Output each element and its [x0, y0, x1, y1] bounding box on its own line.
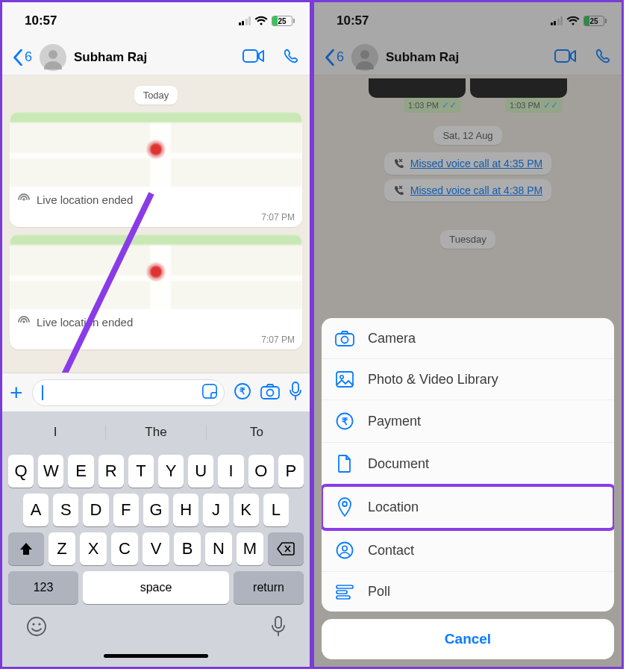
key[interactable]: Z	[48, 532, 75, 565]
svg-point-3	[22, 320, 25, 323]
key[interactable]: K	[234, 494, 259, 526]
live-location-icon	[17, 315, 31, 329]
svg-point-25	[342, 546, 347, 550]
numbers-key[interactable]: 123	[8, 571, 78, 604]
attachment-action-sheet: Camera Photo & Video Library ₹ Payment D…	[322, 318, 614, 659]
key[interactable]: L	[263, 494, 289, 526]
svg-rect-26	[337, 585, 353, 588]
svg-point-0	[48, 50, 57, 59]
attach-button[interactable]: +	[10, 380, 23, 405]
key[interactable]: S	[53, 494, 78, 526]
avatar[interactable]	[40, 44, 66, 71]
status-time: 10:57	[25, 13, 57, 28]
dictation-key[interactable]	[271, 616, 286, 642]
message-text-field[interactable]	[32, 379, 225, 406]
payment-icon[interactable]: ₹	[234, 382, 251, 403]
backspace-key[interactable]	[268, 532, 304, 565]
message-time: 7:07 PM	[10, 335, 302, 349]
key[interactable]: Q	[8, 455, 34, 488]
camera-icon	[335, 330, 354, 346]
svg-point-13	[38, 623, 40, 625]
sheet-item-contact[interactable]: Contact	[322, 529, 614, 572]
prediction-row: I The To	[5, 416, 307, 449]
phone-left: 10:57 25 6 Subham Raj Today	[0, 0, 312, 669]
location-caption: Live location ended	[10, 187, 302, 212]
chat-header: 6 Subham Raj	[2, 40, 310, 75]
key[interactable]: A	[23, 494, 48, 526]
contact-icon	[335, 541, 354, 559]
message-time: 7:07 PM	[10, 212, 302, 227]
key[interactable]: F	[113, 494, 139, 526]
key[interactable]: M	[237, 532, 263, 565]
cellular-icon	[239, 16, 251, 25]
key[interactable]: J	[203, 494, 228, 526]
key[interactable]: Y	[158, 455, 184, 488]
sheet-options: Camera Photo & Video Library ₹ Payment D…	[322, 318, 614, 612]
rupee-icon: ₹	[335, 412, 354, 430]
key[interactable]: T	[128, 455, 154, 488]
svg-point-9	[267, 389, 274, 396]
map-thumbnail	[10, 234, 302, 309]
key[interactable]: H	[173, 494, 198, 526]
location-message[interactable]: Live location ended 7:07 PM	[10, 234, 302, 349]
svg-rect-19	[337, 372, 353, 387]
svg-rect-14	[275, 617, 281, 628]
key[interactable]: N	[205, 532, 232, 565]
key[interactable]: I	[218, 455, 243, 488]
location-pin-icon	[335, 497, 354, 517]
video-call-icon[interactable]	[242, 49, 265, 66]
key[interactable]: G	[143, 494, 169, 526]
sheet-item-photo-library[interactable]: Photo & Video Library	[322, 359, 614, 400]
home-indicator[interactable]	[104, 654, 208, 658]
camera-icon[interactable]	[260, 383, 280, 402]
key[interactable]: O	[248, 455, 274, 488]
svg-rect-8	[261, 387, 279, 399]
key[interactable]: W	[38, 455, 63, 488]
contact-name[interactable]: Subham Raj	[74, 50, 235, 65]
key[interactable]: D	[83, 494, 108, 526]
mic-icon[interactable]	[289, 382, 302, 404]
svg-text:₹: ₹	[240, 386, 245, 396]
back-button[interactable]: 6	[13, 49, 32, 66]
key[interactable]: V	[143, 532, 169, 565]
emoji-key[interactable]	[26, 616, 47, 642]
key[interactable]: C	[111, 532, 138, 565]
sheet-item-payment[interactable]: ₹ Payment	[322, 400, 614, 443]
prediction[interactable]: The	[106, 425, 207, 440]
key[interactable]: X	[80, 532, 107, 565]
svg-rect-10	[292, 382, 298, 393]
key[interactable]: R	[98, 455, 124, 488]
key[interactable]: E	[68, 455, 93, 488]
svg-rect-27	[337, 591, 347, 594]
svg-point-2	[22, 198, 25, 200]
shift-key[interactable]	[8, 532, 44, 565]
phone-right: 10:57 25 6 Subham Raj	[312, 0, 624, 669]
location-message[interactable]: Live location ended 7:07 PM	[10, 112, 302, 227]
text-cursor	[42, 385, 43, 400]
sticker-icon[interactable]	[201, 383, 218, 402]
svg-rect-5	[203, 384, 216, 397]
sheet-item-location[interactable]: Location	[322, 485, 614, 529]
svg-rect-17	[336, 334, 354, 346]
key[interactable]: B	[174, 532, 201, 565]
battery-icon: 25	[272, 16, 295, 26]
chat-messages[interactable]: Today Live location ended 7:07 PM Live l…	[2, 75, 310, 373]
prediction[interactable]: I	[5, 425, 106, 440]
keyboard: I The To Q W E R T Y U I O P A S D F G H…	[2, 411, 310, 669]
svg-rect-1	[243, 50, 257, 62]
voice-call-icon[interactable]	[283, 48, 299, 67]
key[interactable]: P	[278, 455, 304, 488]
return-key[interactable]: return	[234, 571, 304, 604]
cancel-button[interactable]: Cancel	[322, 619, 614, 659]
message-input-bar: + ₹	[2, 373, 310, 411]
key[interactable]: U	[188, 455, 213, 488]
prediction[interactable]: To	[207, 425, 307, 440]
space-key[interactable]: space	[83, 571, 229, 604]
sheet-item-poll[interactable]: Poll	[322, 572, 614, 612]
status-bar: 10:57 25	[2, 2, 310, 40]
svg-rect-28	[337, 596, 350, 599]
sheet-item-camera[interactable]: Camera	[322, 318, 614, 359]
svg-point-18	[342, 337, 348, 343]
sheet-item-document[interactable]: Document	[322, 443, 614, 485]
svg-point-23	[342, 502, 347, 506]
